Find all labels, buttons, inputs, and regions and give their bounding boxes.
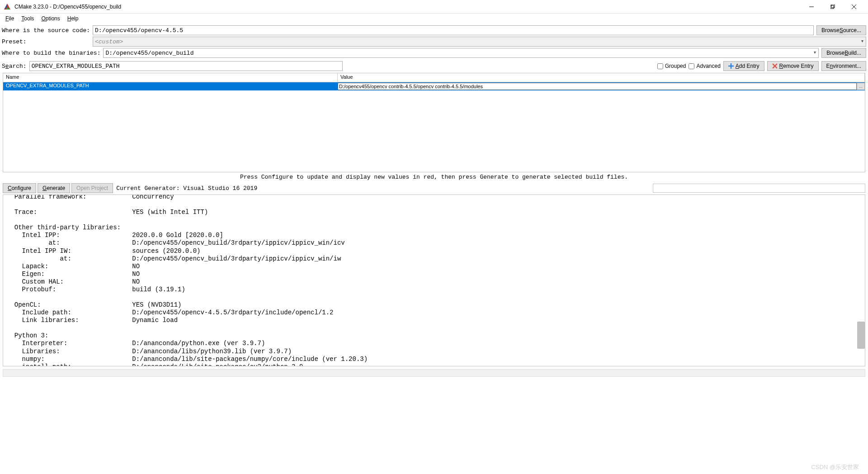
titlebar: CMake 3.23.0 - D:/Opencv455/opencv_build bbox=[0, 0, 868, 14]
search-input[interactable] bbox=[29, 61, 343, 71]
source-label: Where is the source code: bbox=[2, 27, 90, 34]
minimize-button[interactable] bbox=[801, 0, 822, 14]
search-row: Search: Grouped Advanced Add Entry Remov… bbox=[0, 61, 868, 73]
build-input[interactable] bbox=[103, 48, 819, 58]
preset-select[interactable] bbox=[93, 37, 866, 47]
menubar: File Tools Options Help bbox=[0, 14, 868, 24]
menu-file[interactable]: File bbox=[2, 14, 18, 23]
window-controls bbox=[801, 0, 864, 14]
config-section: Where is the source code: Browse Source.… bbox=[0, 24, 868, 61]
close-button[interactable] bbox=[844, 0, 864, 14]
row-name: OPENCV_EXTRA_MODULES_PATH bbox=[3, 82, 338, 90]
progress-bar bbox=[653, 184, 865, 193]
browse-path-button[interactable]: ... bbox=[857, 83, 865, 90]
browse-source-button[interactable]: Browse Source... bbox=[816, 25, 866, 35]
table-row[interactable]: OPENCV_EXTRA_MODULES_PATH ... bbox=[3, 82, 865, 90]
menu-tools[interactable]: Tools bbox=[18, 14, 38, 23]
cmake-icon bbox=[4, 3, 11, 10]
generator-info: Current Generator: Visual Studio 16 2019 bbox=[116, 185, 257, 192]
grouped-checkbox[interactable]: Grouped bbox=[657, 63, 686, 69]
add-entry-button[interactable]: Add Entry bbox=[723, 61, 764, 71]
window-title: CMake 3.23.0 - D:/Opencv455/opencv_build bbox=[14, 4, 801, 10]
menu-options[interactable]: Options bbox=[38, 14, 63, 23]
preset-label: Preset: bbox=[2, 38, 90, 45]
svg-rect-4 bbox=[830, 5, 834, 9]
plus-icon bbox=[728, 63, 734, 69]
source-input[interactable] bbox=[93, 25, 814, 35]
menu-help[interactable]: Help bbox=[64, 14, 82, 23]
environment-button[interactable]: Environment... bbox=[821, 61, 866, 71]
open-project-button[interactable]: Open Project bbox=[71, 183, 113, 193]
col-name[interactable]: Name bbox=[3, 73, 338, 82]
action-bar: Configure Generate Open Project Current … bbox=[0, 182, 868, 194]
output-panel: Parallel framework: Concurrency Trace: Y… bbox=[3, 194, 865, 366]
hint-text: Press Configure to update and display ne… bbox=[0, 172, 868, 182]
browse-build-button[interactable]: Browse Build... bbox=[821, 48, 866, 58]
search-label: Search: bbox=[2, 63, 27, 70]
scrollbar-thumb[interactable] bbox=[857, 322, 865, 349]
col-value[interactable]: Value bbox=[338, 73, 865, 82]
watermark: CSDN @乐安世家 bbox=[811, 463, 859, 471]
configure-button[interactable]: Configure bbox=[3, 183, 36, 193]
row-value-input[interactable] bbox=[338, 83, 857, 90]
remove-entry-button[interactable]: Remove Entry bbox=[767, 61, 819, 71]
build-label: Where to build the binaries: bbox=[2, 50, 100, 57]
output-text[interactable]: Parallel framework: Concurrency Trace: Y… bbox=[3, 195, 865, 366]
advanced-checkbox[interactable]: Advanced bbox=[689, 63, 720, 69]
maximize-button[interactable] bbox=[822, 0, 843, 14]
variables-table: Name Value OPENCV_EXTRA_MODULES_PATH ... bbox=[3, 73, 865, 172]
generate-button[interactable]: Generate bbox=[38, 183, 70, 193]
horizontal-scrollbar[interactable] bbox=[3, 369, 865, 377]
svg-rect-5 bbox=[831, 5, 835, 8]
table-header: Name Value bbox=[3, 73, 865, 82]
x-icon bbox=[772, 63, 778, 69]
